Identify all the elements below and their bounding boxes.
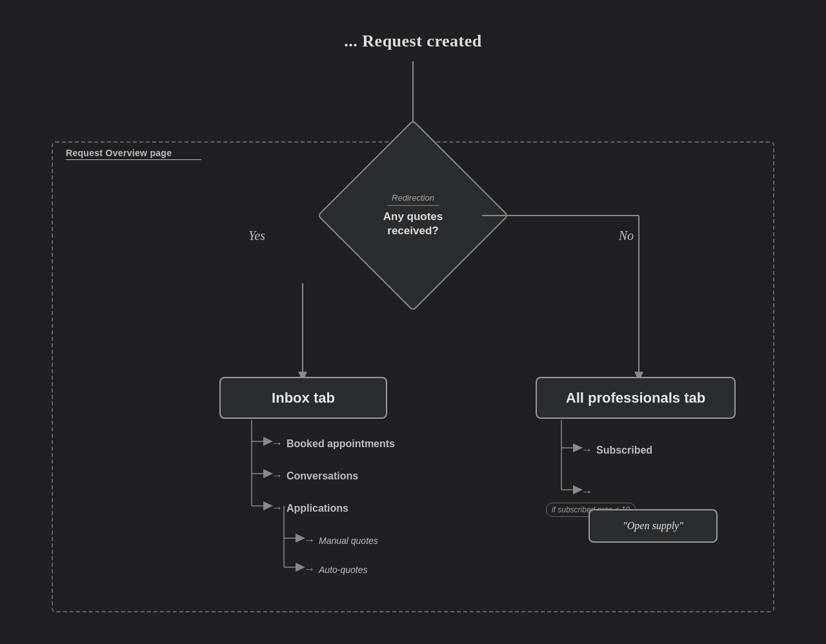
outer-box-label: Request Overview page bbox=[66, 148, 172, 158]
booked-appointments-item: → Booked appointments bbox=[271, 437, 395, 450]
arrow-icon-1: → bbox=[271, 437, 283, 450]
request-created-title: ... Request created bbox=[344, 32, 481, 51]
arrow-icon-3: → bbox=[271, 501, 283, 515]
applications-label: Applications bbox=[287, 503, 348, 514]
booked-appointments-label: Booked appointments bbox=[287, 438, 395, 450]
outer-box-underline bbox=[66, 159, 201, 160]
inbox-tab-label: Inbox tab bbox=[272, 390, 335, 407]
open-supply-arrow-item: → bbox=[581, 485, 592, 499]
diamond-shape bbox=[317, 120, 509, 312]
auto-quotes-label: Auto-quotes bbox=[319, 565, 368, 575]
open-supply-box: "Open supply" bbox=[589, 509, 718, 543]
arrow-icon-2: → bbox=[271, 469, 283, 483]
yes-label: Yes bbox=[248, 228, 265, 243]
manual-quotes-item: → Manual quotes bbox=[303, 534, 378, 547]
all-pros-tab-label: All professionals tab bbox=[566, 390, 705, 407]
subscribed-label: Subscribed bbox=[596, 445, 652, 456]
auto-quotes-item: → Auto-quotes bbox=[303, 563, 367, 576]
conversations-item: → Conversations bbox=[271, 469, 358, 483]
conversations-label: Conversations bbox=[287, 470, 358, 482]
arrow-icon-4: → bbox=[303, 534, 315, 547]
no-label: No bbox=[619, 228, 634, 243]
arrow-icon-6: → bbox=[581, 443, 592, 457]
open-supply-label: "Open supply" bbox=[623, 520, 683, 532]
arrow-icon-7: → bbox=[581, 485, 592, 499]
decision-diamond: Redirection Any quotes received? bbox=[345, 148, 481, 283]
arrow-icon-5: → bbox=[303, 563, 315, 576]
all-pros-tab-box: All professionals tab bbox=[536, 377, 736, 419]
diagram-container: ... Request created Request Overview pag… bbox=[32, 25, 794, 619]
applications-item: → Applications bbox=[271, 501, 348, 515]
subscribed-item: → Subscribed bbox=[581, 443, 652, 457]
inbox-tab-box: Inbox tab bbox=[219, 377, 387, 419]
manual-quotes-label: Manual quotes bbox=[319, 536, 378, 546]
